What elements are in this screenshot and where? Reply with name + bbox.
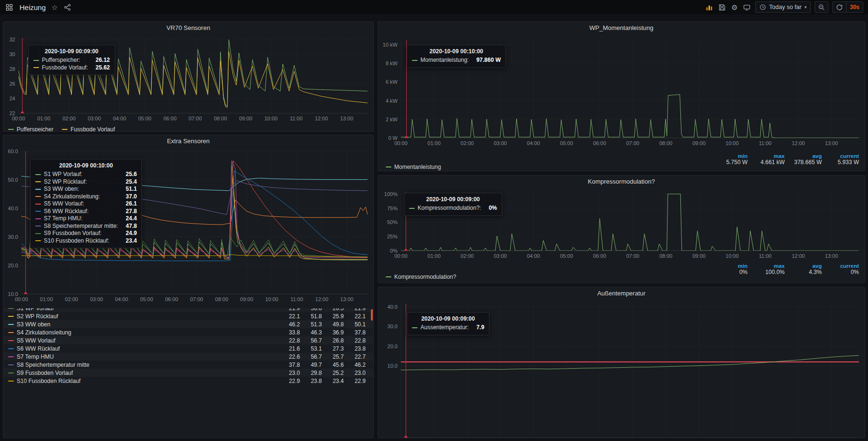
panel-title[interactable]: Außentemperatur [378,287,865,300]
table-row[interactable]: S10 Fussboden Rücklauf22.923.823.422.9 [3,377,373,385]
tooltip-label: S3 WW oben: [44,186,79,193]
stat-cell-value: 22.6 [278,353,300,360]
svg-text:12:00: 12:00 [792,253,805,259]
tooltip-label: S4 Zirkulationsleitung: [44,193,100,201]
tooltip-time: 2020-10-09 00:10:00 [412,48,501,55]
panel-title[interactable]: Kompressormodulation? [378,176,865,188]
svg-text:09:00: 09:00 [692,253,706,259]
svg-text:28: 28 [10,66,15,72]
chart-area-wp[interactable]: 0 W2 kW4 kW6 kW8 kW10 kW00:0001:0002:000… [380,34,863,152]
stat-cell-value: 29.8 [300,370,322,376]
svg-text:40.0: 40.0 [388,304,398,310]
svg-text:07:00: 07:00 [626,140,639,146]
legend-wp: Momentanleistung [381,162,441,171]
svg-text:30.0: 30.0 [8,234,18,240]
refresh-group: 30s [832,1,863,13]
series-color-dash [8,332,14,333]
stat-cell-value: 37.8 [278,362,300,368]
legend-item[interactable]: Fussbode Vorlauf [62,126,115,132]
tooltip-label: S9 Fussboden Vorlauf: [44,230,101,237]
search-minus-icon [818,4,825,11]
table-row[interactable]: S9 Fussboden Vorlauf23.029.825.223.0 [3,369,373,377]
tooltip-value: 26.12 [88,57,110,64]
scrollbar-thumb[interactable] [371,309,373,321]
tooltip-value: 24.4 [118,215,137,223]
series-color-dash [35,218,41,219]
legend-item[interactable]: Momentanleistung [386,164,441,170]
svg-text:10:00: 10:00 [264,116,278,121]
chart-area-vr70[interactable]: 22242628303200:0001:0002:0003:0004:0005:… [5,34,371,125]
analytics-bars-icon[interactable] [705,3,714,12]
tooltip-row: S7 Temp HMU:24.4 [35,215,137,223]
stat-value: 5.933 W [822,159,859,166]
svg-text:00:00: 00:00 [15,296,28,302]
zoom-out-button[interactable] [815,1,828,13]
chart-area-aussen[interactable]: 10.020.030.040.02020-10-09 00:09:00Ausse… [380,300,863,438]
table-row[interactable]: S5 WW Vorlauf22.856.726.822.8 [3,336,373,344]
legend-item[interactable]: Pufferspeicher [8,126,53,132]
refresh-button[interactable] [833,2,846,12]
table-row[interactable]: S8 Speichertemperatur mitte37.849.745.64… [3,361,373,369]
star-icon[interactable]: ☆ [50,3,59,12]
tooltip-row: S4 Zirkulationsleitung:37.0 [35,193,137,201]
table-row[interactable]: S6 WW Rücklauf21.653.127.323.8 [3,344,373,353]
tooltip-row: S8 Speichertemperatur mitte:47.8 [35,223,137,230]
svg-text:4 kW: 4 kW [386,98,398,104]
tooltip-value: 27.8 [118,208,137,216]
panel-title[interactable]: Extra Sensoren [3,135,373,147]
series-color-dash [35,233,41,234]
series-color-dash [8,372,14,373]
table-row[interactable]: S7 Temp HMU22.656.725.722.7 [3,353,373,361]
series-color-dash [8,324,14,325]
refresh-interval-button[interactable]: 30s [846,2,863,12]
panel-title[interactable]: WP_Momentanleistung [378,22,865,34]
svg-text:11:00: 11:00 [759,253,772,259]
table-row[interactable]: S1 WP Vorlauf21.956.626.521.9 [3,308,373,312]
table-row[interactable]: S3 WW oben46.251.349.850.1 [3,320,373,328]
svg-text:20.0: 20.0 [8,263,18,268]
dashboard-grid-icon[interactable] [5,3,14,12]
tooltip-value: 26.1 [118,200,137,208]
tooltip-label: S7 Temp HMU: [44,215,82,223]
legend-item[interactable]: Kompressormodulation? [386,274,456,280]
tv-cycle-icon[interactable] [742,3,751,12]
svg-text:05:00: 05:00 [560,140,573,146]
share-icon[interactable] [63,3,72,12]
tooltip: 2020-10-09 00:10:00Momentanleistung:97.8… [407,45,506,68]
series-label: S7 Temp HMU [17,353,54,360]
tooltip-row: S3 WW oben:51.1 [35,186,137,193]
stat-label: max [748,263,785,269]
svg-text:13:00: 13:00 [825,140,838,146]
stats-footer: Momentanleistung minmaxavgcurrent5.750 W… [378,152,865,171]
series-color-dash [35,225,41,226]
top-nav: Heizung ☆ ⚙ Today so far ▾ [0,0,868,14]
svg-text:13:00: 13:00 [825,253,838,259]
svg-text:03:00: 03:00 [494,253,507,259]
tooltip-label: S6 WW Rücklauf: [44,208,89,216]
svg-text:03:00: 03:00 [90,296,103,302]
table-row[interactable]: S4 Zirkulationsleitung33.846.336.937.8 [3,328,373,336]
svg-text:00:00: 00:00 [12,116,25,121]
series-name: S1 WP Vorlauf [8,308,278,312]
series-color-dash [35,240,41,241]
panel-title[interactable]: VR70 Sensoren [3,22,373,34]
time-range-picker[interactable]: Today so far ▾ [755,1,811,13]
series-color-dash [412,327,418,328]
save-icon[interactable] [718,3,727,12]
svg-text:00:00: 00:00 [394,140,408,146]
annotation-marker [20,111,24,113]
series-color-dash [8,381,14,382]
tooltip-row: Momentanleistung:97.860 W [412,57,501,64]
settings-gear-icon[interactable]: ⚙ [730,3,738,12]
stat-cell-value: 22.8 [278,337,300,344]
stat-value: 4.661 kW [748,159,785,166]
svg-text:02:00: 02:00 [62,116,76,121]
chart-area-komp[interactable]: 0%25%50%75%100%00:0001:0002:0003:0004:00… [380,188,863,262]
chart-area-extra[interactable]: 10.020.030.040.050.060.000:0001:0002:000… [5,147,371,306]
tooltip-label: S2 WP Rücklauf: [44,178,87,186]
tooltip-value: 97.860 W [469,57,500,64]
stats-komp: minmaxavgcurrent0%100.0%4.3%0% [710,263,859,275]
table-row[interactable]: S2 WP Rücklauf22.151.825.922.1 [3,312,373,320]
stat-cell-value: 22.1 [344,313,366,320]
tooltip-value: 25.62 [88,64,110,72]
